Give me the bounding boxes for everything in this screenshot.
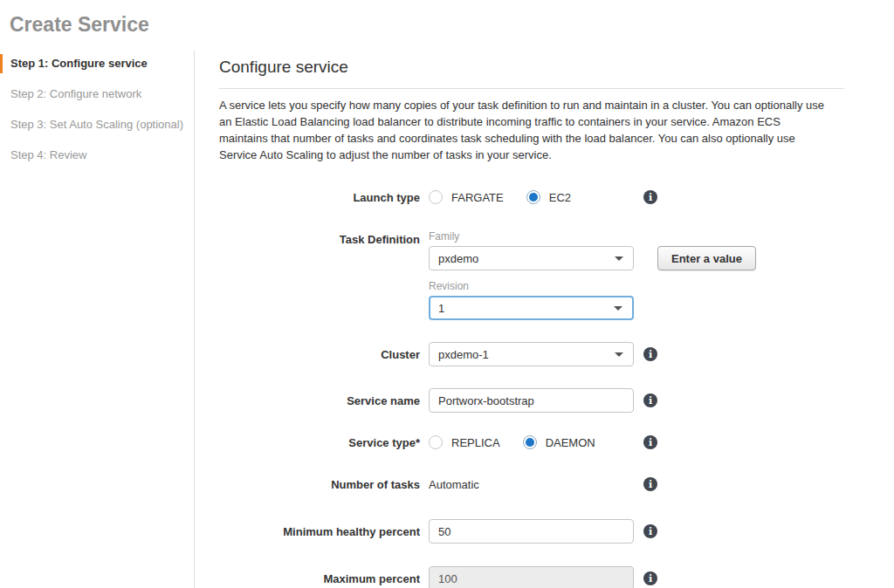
daemon-radio[interactable] [523,435,537,449]
family-dropdown[interactable]: pxdemo [429,246,634,270]
min-healthy-percent-input[interactable] [429,519,634,544]
launch-type-radio-group: FARGATE EC2 [429,190,634,204]
sidebar-item-step3-auto-scaling[interactable]: Step 3: Set Auto Scaling (optional) [0,115,194,134]
cluster-label: Cluster [219,348,420,361]
number-of-tasks-row: Number of tasks Automatic i [219,477,844,491]
task-definition-label: Task Definition [219,230,420,246]
fargate-radio-label[interactable]: FARGATE [451,191,504,204]
launch-type-label: Launch type [219,191,420,204]
revision-dropdown[interactable]: 1 [429,296,634,320]
max-percent-row: Maximum percent i [219,566,844,588]
cluster-dropdown-value: pxdemo-1 [438,348,489,361]
sidebar-item-step1-configure-service[interactable]: Step 1: Configure service [0,54,194,73]
fargate-radio[interactable] [429,190,443,204]
wizard-layout: Step 1: Configure service Step 2: Config… [0,51,894,588]
sidebar-item-step4-review[interactable]: Step 4: Review [0,146,194,165]
ec2-radio[interactable] [526,190,540,204]
revision-mini-label: Revision [429,280,756,292]
service-name-label: Service name [219,394,420,407]
cluster-info-icon[interactable]: i [643,347,657,361]
min-healthy-percent-label: Minimum healthy percent [219,525,420,538]
service-type-info-icon[interactable]: i [643,435,657,449]
cluster-row: Cluster pxdemo-1 i [219,342,844,366]
min-healthy-percent-info-icon[interactable]: i [643,524,657,538]
enter-a-value-button[interactable]: Enter a value [657,246,756,270]
service-name-row: Service name i [219,388,844,413]
sidebar-item-step2-configure-network[interactable]: Step 2: Configure network [0,85,194,104]
replica-radio-label[interactable]: REPLICA [451,436,500,449]
launch-type-info-icon[interactable]: i [643,190,657,204]
page-title: Create Service [0,0,894,51]
number-of-tasks-value: Automatic [429,478,634,491]
section-description: A service lets you specify how many copi… [219,97,830,163]
daemon-radio-label[interactable]: DAEMON [546,436,595,449]
service-type-radio-group: REPLICA DAEMON [429,435,634,449]
wizard-steps-sidebar: Step 1: Configure service Step 2: Config… [0,51,194,588]
ec2-radio-label[interactable]: EC2 [549,191,571,204]
service-type-label: Service type* [219,436,420,449]
service-name-input[interactable] [429,388,634,413]
family-mini-label: Family [429,230,756,243]
replica-radio[interactable] [429,435,443,449]
chevron-down-icon [615,352,623,357]
min-healthy-percent-row: Minimum healthy percent i [219,519,844,544]
number-of-tasks-label: Number of tasks [219,478,420,491]
launch-type-row: Launch type FARGATE EC2 i [219,190,844,204]
main-content: Configure service A service lets you spe… [194,51,894,588]
service-type-row: Service type* REPLICA DAEMON i [219,435,844,449]
chevron-down-icon [615,256,623,261]
configure-service-form: Launch type FARGATE EC2 i Task Definitio… [219,190,844,588]
revision-dropdown-value: 1 [438,302,444,315]
task-definition-row: Task Definition Family pxdemo Enter a va… [219,230,844,320]
section-heading: Configure service [219,58,844,89]
max-percent-input [429,566,634,588]
max-percent-label: Maximum percent [219,572,420,585]
family-dropdown-value: pxdemo [438,252,478,265]
service-name-info-icon[interactable]: i [643,393,657,407]
cluster-dropdown[interactable]: pxdemo-1 [429,342,634,366]
max-percent-info-icon[interactable]: i [643,571,657,585]
number-of-tasks-info-icon[interactable]: i [643,477,657,491]
chevron-down-icon [614,306,622,311]
